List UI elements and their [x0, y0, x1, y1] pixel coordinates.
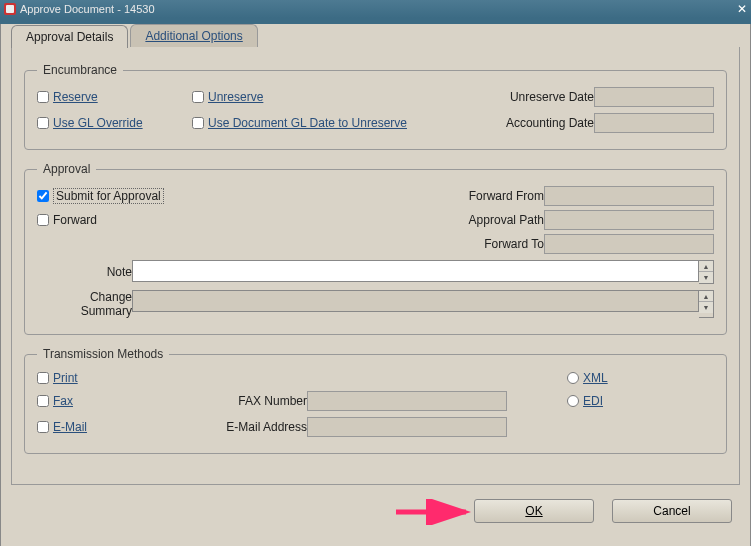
forward-to-field[interactable] — [544, 234, 714, 254]
fax-label[interactable]: Fax — [53, 394, 73, 408]
use-doc-gl-date-label[interactable]: Use Document GL Date to Unreserve — [208, 116, 407, 130]
approval-path-field[interactable] — [544, 210, 714, 230]
unreserve-label[interactable]: Unreserve — [208, 90, 263, 104]
reserve-checkbox[interactable] — [37, 91, 49, 103]
tab-bar: Approval Details Additional Options — [11, 24, 750, 47]
fax-number-label: FAX Number — [167, 394, 307, 408]
forward-checkbox[interactable] — [37, 214, 49, 226]
cancel-button[interactable]: Cancel — [612, 499, 732, 523]
unreserve-date-field[interactable] — [594, 87, 714, 107]
close-icon[interactable]: ✕ — [737, 2, 747, 16]
email-checkbox[interactable] — [37, 421, 49, 433]
chevron-up-icon[interactable]: ▲ — [699, 261, 713, 272]
submit-for-approval-label[interactable]: Submit for Approval — [53, 188, 164, 204]
edi-radio[interactable] — [567, 395, 579, 407]
button-bar: OK Cancel — [1, 495, 750, 533]
ok-button[interactable]: OK — [474, 499, 594, 523]
print-checkbox[interactable] — [37, 372, 49, 384]
approval-details-panel: Encumbrance Reserve Unreserve Unreserve … — [11, 47, 740, 485]
xml-label[interactable]: XML — [583, 371, 608, 385]
encumbrance-legend: Encumbrance — [37, 63, 123, 77]
email-label[interactable]: E-Mail — [53, 420, 87, 434]
chevron-down-icon[interactable]: ▼ — [699, 302, 713, 313]
forward-label[interactable]: Forward — [53, 213, 97, 227]
change-summary-label: Change Summary — [37, 290, 132, 318]
app-icon — [4, 3, 16, 15]
encumbrance-group: Encumbrance Reserve Unreserve Unreserve … — [24, 63, 727, 150]
use-gl-override-checkbox[interactable] — [37, 117, 49, 129]
annotation-arrow-icon — [391, 499, 481, 525]
submit-for-approval-checkbox[interactable] — [37, 190, 49, 202]
transmission-legend: Transmission Methods — [37, 347, 169, 361]
approval-group: Approval Submit for Approval Forward Fro… — [24, 162, 727, 335]
accounting-date-label: Accounting Date — [492, 116, 594, 130]
transmission-group: Transmission Methods Print XML Fax FAX N… — [24, 347, 727, 454]
forward-to-label: Forward To — [414, 237, 544, 251]
tab-additional-options[interactable]: Additional Options — [130, 24, 257, 47]
forward-from-label: Forward From — [414, 189, 544, 203]
change-summary-spinner[interactable]: ▲▼ — [699, 290, 714, 318]
print-label[interactable]: Print — [53, 371, 78, 385]
reserve-label[interactable]: Reserve — [53, 90, 98, 104]
approval-path-label: Approval Path — [414, 213, 544, 227]
note-spinner[interactable]: ▲▼ — [699, 260, 714, 284]
email-address-label: E-Mail Address — [167, 420, 307, 434]
unreserve-date-label: Unreserve Date — [492, 90, 594, 104]
window-title: Approve Document - 14530 — [20, 3, 155, 15]
approval-legend: Approval — [37, 162, 96, 176]
chevron-up-icon[interactable]: ▲ — [699, 291, 713, 302]
window-body: Approval Details Additional Options Encu… — [0, 24, 751, 546]
chevron-down-icon[interactable]: ▼ — [699, 272, 713, 283]
title-bar: Approve Document - 14530 ✕ — [0, 0, 751, 18]
edi-label[interactable]: EDI — [583, 394, 603, 408]
fax-checkbox[interactable] — [37, 395, 49, 407]
use-gl-override-label[interactable]: Use GL Override — [53, 116, 143, 130]
use-doc-gl-date-checkbox[interactable] — [192, 117, 204, 129]
forward-from-field[interactable] — [544, 186, 714, 206]
email-address-field[interactable] — [307, 417, 507, 437]
accounting-date-field[interactable] — [594, 113, 714, 133]
unreserve-checkbox[interactable] — [192, 91, 204, 103]
xml-radio[interactable] — [567, 372, 579, 384]
note-field[interactable] — [132, 260, 699, 282]
tab-approval-details[interactable]: Approval Details — [11, 25, 128, 48]
fax-number-field[interactable] — [307, 391, 507, 411]
change-summary-field[interactable] — [132, 290, 699, 312]
note-label: Note — [37, 265, 132, 279]
